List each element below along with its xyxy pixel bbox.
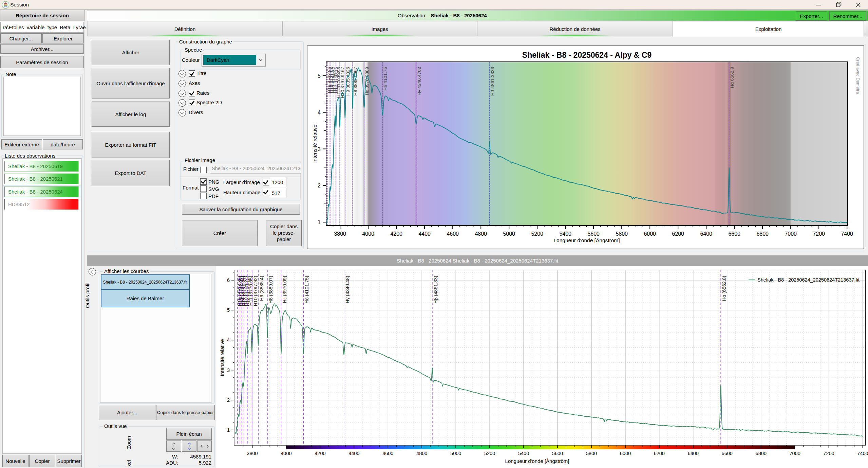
svg-text:Hα 6562.8: Hα 6562.8 — [730, 67, 735, 88]
svg-text:3: 3 — [318, 146, 321, 152]
svg-text:4800: 4800 — [475, 231, 487, 237]
svg-text:2: 2 — [227, 397, 230, 403]
svg-text:Longueur d'onde [Ångström]: Longueur d'onde [Ångström] — [553, 237, 620, 243]
svg-text:6000: 6000 — [644, 231, 656, 237]
svg-text:5200: 5200 — [484, 451, 495, 456]
svg-text:4000: 4000 — [362, 231, 374, 237]
svg-text:6: 6 — [227, 277, 230, 283]
svg-text:7200: 7200 — [813, 231, 825, 237]
svg-text:Créé avec Demetra: Créé avec Demetra — [855, 57, 860, 94]
svg-text:Sheliak - B8 - 20250624 - Alpy: Sheliak - B8 - 20250624 - Alpy & C9 — [522, 51, 652, 59]
svg-text:7000: 7000 — [785, 231, 797, 237]
svg-text:6800: 6800 — [756, 231, 769, 237]
svg-text:Hγ (4340.48): Hγ (4340.48) — [345, 276, 350, 303]
svg-text:5400: 5400 — [559, 231, 571, 237]
svg-text:5400: 5400 — [518, 451, 529, 456]
svg-text:Sheliak - B8 - 20250624_202506: Sheliak - B8 - 20250624_20250624T213637.… — [757, 277, 860, 283]
svg-text:5: 5 — [227, 307, 230, 313]
svg-text:Hγ 4340.4762: Hγ 4340.4762 — [417, 67, 422, 95]
svg-text:3800: 3800 — [247, 451, 258, 456]
svg-text:4: 4 — [318, 110, 321, 115]
svg-text:6800: 6800 — [756, 451, 767, 456]
svg-text:7400: 7400 — [857, 451, 868, 456]
svg-text:6400: 6400 — [688, 451, 699, 456]
svg-text:4400: 4400 — [418, 231, 431, 237]
svg-text:4800: 4800 — [416, 451, 427, 456]
svg-text:4200: 4200 — [315, 451, 325, 456]
svg-text:Hβ (4861.33): Hβ (4861.33) — [433, 276, 438, 304]
svg-text:Hβ 4861.3333: Hβ 4861.3333 — [490, 67, 495, 96]
svg-text:2: 2 — [318, 183, 321, 188]
svg-text:4200: 4200 — [390, 231, 402, 237]
svg-text:3800: 3800 — [334, 231, 346, 237]
svg-text:6600: 6600 — [722, 451, 733, 456]
svg-text:5200: 5200 — [531, 231, 543, 237]
svg-text:4600: 4600 — [447, 231, 459, 237]
svg-text:4600: 4600 — [382, 451, 393, 456]
svg-text:5000: 5000 — [503, 231, 515, 237]
svg-text:Intensité relative: Intensité relative — [219, 339, 225, 376]
svg-text:4000: 4000 — [281, 451, 291, 456]
svg-text:5800: 5800 — [586, 451, 597, 456]
svg-text:Hε (3970.09): Hε (3970.09) — [282, 276, 287, 303]
svg-text:5600: 5600 — [552, 451, 563, 456]
svg-text:7200: 7200 — [823, 451, 834, 456]
svg-text:6600: 6600 — [728, 231, 740, 237]
svg-text:5600: 5600 — [587, 231, 600, 237]
svg-text:4400: 4400 — [348, 451, 359, 456]
svg-text:5000: 5000 — [450, 451, 461, 456]
svg-text:1: 1 — [318, 219, 321, 225]
svg-text:Hδ 4101.75: Hδ 4101.75 — [383, 67, 388, 91]
svg-text:5800: 5800 — [616, 231, 628, 237]
svg-text:6400: 6400 — [700, 231, 712, 237]
svg-text:7000: 7000 — [789, 451, 800, 456]
svg-text:H8 (3889.07): H8 (3889.07) — [268, 276, 273, 304]
svg-text:3: 3 — [227, 367, 230, 373]
svg-text:6200: 6200 — [672, 231, 684, 237]
svg-text:6000: 6000 — [620, 451, 631, 456]
svg-text:6200: 6200 — [654, 451, 665, 456]
svg-text:Longueur d'onde [Ångström]: Longueur d'onde [Ångström] — [505, 458, 569, 464]
svg-text:1: 1 — [227, 427, 230, 433]
svg-text:H9 (3835.4): H9 (3835.4) — [259, 276, 264, 301]
svg-text:Hα (6562.8): Hα (6562.8) — [721, 276, 727, 301]
svg-text:7400: 7400 — [841, 231, 853, 237]
svg-text:4: 4 — [227, 337, 230, 343]
svg-text:H10 (3797.92): H10 (3797.92) — [253, 276, 258, 306]
svg-text:Hδ (4101.75): Hδ (4101.75) — [304, 276, 309, 304]
svg-text:Intensité relative: Intensité relative — [312, 125, 318, 163]
svg-text:5: 5 — [318, 73, 321, 79]
